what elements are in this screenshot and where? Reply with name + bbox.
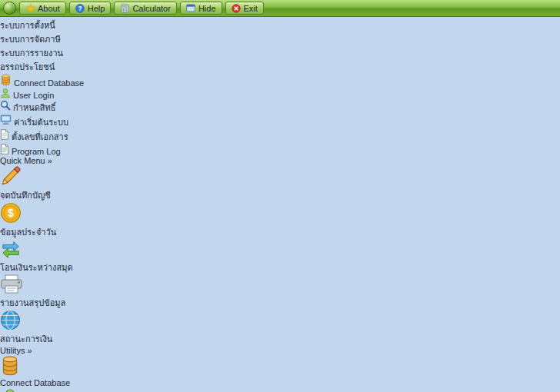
module-tabbar: ระบบการตั้งหนี้ ระบบการจัดภาษี ระบบการรา… [0, 18, 560, 74]
program-log-button[interactable]: Program Log [0, 144, 560, 156]
program-log-label: Program Log [12, 147, 61, 156]
transfer-arrows-icon [0, 239, 560, 261]
document-number-label: ตั้งเลขที่เอกสาร [12, 132, 68, 141]
calculator-label: Calculator [132, 4, 171, 13]
quick-menu-title: Quick Menu [0, 156, 45, 165]
sidebar-item-transfer[interactable]: โอนเงินระหว่างสมุด [0, 239, 560, 274]
person-icon [0, 387, 560, 392]
connect-database-label: Connect Database [14, 78, 84, 88]
database-icon [0, 355, 560, 378]
about-button[interactable]: About [19, 2, 66, 15]
utilities-toolbar: Connect Database User Login กำหนดสิทธิ์ … [0, 74, 560, 156]
sidebar-item-label: รายงานสรุปข้อมูล [0, 296, 560, 310]
database-icon [0, 78, 14, 88]
tab-utilities[interactable]: อรรถประโยชน์ [0, 60, 560, 74]
sidebar-item-summary-report[interactable]: รายงานสรุปข้อมูล [0, 274, 560, 310]
hide-button[interactable]: Hide [180, 2, 222, 15]
sidebar-item-label: สถานะการเงิน [0, 332, 560, 346]
tab-debt-system[interactable]: ระบบการตั้งหนี้ [0, 18, 560, 32]
exit-label: Exit [244, 4, 258, 13]
utilities-header[interactable]: Utilitys » [0, 346, 560, 355]
tab-report-system[interactable]: ระบบการรายงาน [0, 46, 560, 60]
exit-icon [232, 3, 242, 13]
permissions-label: กำหนดสิทธิ์ [13, 103, 55, 112]
svg-text:$: $ [8, 207, 14, 219]
magnifier-icon [0, 103, 13, 112]
application-window: About ? Help Calculator Hide Exit THAiWA… [0, 0, 560, 392]
user-icon [0, 91, 13, 100]
pencil-icon [0, 165, 560, 188]
permissions-button[interactable]: กำหนดสิทธิ์ [0, 100, 560, 115]
system-defaults-button[interactable]: ค่าเริ่มต้นระบบ [0, 115, 560, 129]
window-hide-icon [186, 3, 196, 13]
tab-tax-system[interactable]: ระบบการจัดภาษี [0, 32, 560, 46]
computer-icon [0, 118, 14, 127]
user-login-button[interactable]: User Login [0, 88, 560, 100]
calculator-button[interactable]: Calculator [114, 2, 177, 15]
sidebar-item-label: ข้อมูลประจำวัน [0, 225, 560, 239]
system-defaults-label: ค่าเริ่มต้นระบบ [14, 118, 68, 127]
help-icon: ? [75, 3, 85, 13]
quick-menu-header[interactable]: Quick Menu » [0, 156, 560, 165]
help-label: Help [88, 4, 105, 13]
sidebar-item-label: โอนเงินระหว่างสมุด [0, 261, 560, 274]
app-logo-icon[interactable] [3, 2, 16, 15]
user-login-label: User Login [13, 91, 54, 100]
collapse-chevron-icon: » [48, 156, 52, 165]
star-icon [25, 3, 35, 13]
document-icon [0, 132, 12, 141]
printer-icon [0, 274, 560, 296]
help-button[interactable]: ? Help [69, 2, 112, 15]
about-label: About [38, 4, 60, 13]
sidebar-item-user-login[interactable]: User Log in [0, 387, 560, 392]
document-number-button[interactable]: ตั้งเลขที่เอกสาร [0, 129, 560, 144]
sidebar: Quick Menu » จดบันทึกบัญชี $ ข้อมูลประจำ… [0, 156, 560, 392]
sidebar-item-financial-status[interactable]: สถานะการเงิน [0, 310, 560, 346]
collapse-chevron-icon: » [27, 346, 32, 355]
hide-label: Hide [198, 4, 216, 13]
sidebar-item-daily-data[interactable]: $ ข้อมูลประจำวัน [0, 202, 560, 239]
money-icon: $ [0, 202, 560, 225]
globe-icon [0, 310, 560, 332]
calculator-icon [120, 3, 130, 13]
app-titlebar: About ? Help Calculator Hide Exit [0, 0, 560, 17]
sidebar-item-connect-database[interactable]: Connect Database [0, 355, 560, 387]
sidebar-item-label: จดบันทึกบัญชี [0, 188, 560, 202]
exit-button[interactable]: Exit [225, 2, 264, 15]
utilities-title: Utilitys [0, 346, 25, 355]
svg-text:?: ? [78, 5, 82, 12]
log-icon [0, 147, 12, 156]
sidebar-item-journal[interactable]: จดบันทึกบัญชี [0, 165, 560, 202]
sidebar-item-label: Connect Database [0, 378, 560, 387]
connect-database-button[interactable]: Connect Database [0, 74, 560, 88]
